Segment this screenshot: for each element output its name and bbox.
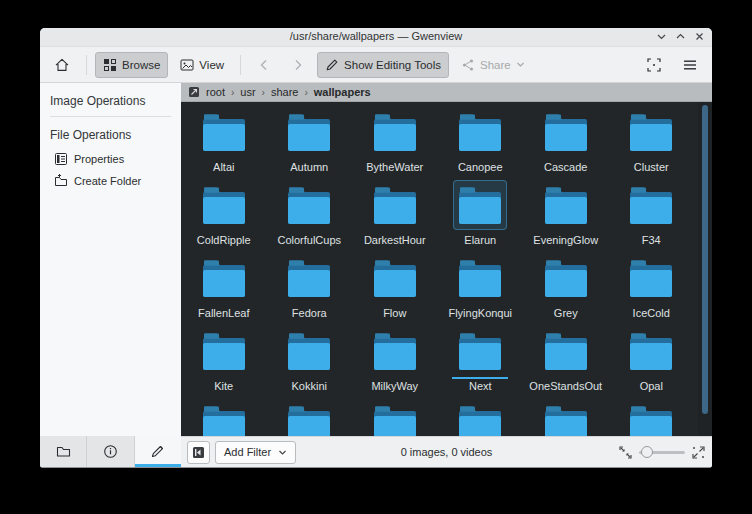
view-button[interactable]: View (172, 52, 232, 78)
folder-item[interactable] (181, 398, 267, 436)
vertical-scrollbar[interactable] (698, 102, 712, 436)
folder-icon-wrap[interactable] (539, 399, 593, 436)
folder-icon-wrap[interactable] (539, 253, 593, 303)
folder-item[interactable] (267, 398, 353, 436)
folder-icon-wrap[interactable] (197, 107, 251, 157)
zoom-slider[interactable] (639, 442, 685, 463)
folder-item[interactable] (352, 398, 438, 436)
folder-item[interactable]: Opal (609, 325, 695, 398)
folder-icon-wrap[interactable] (197, 253, 251, 303)
tab-operations[interactable] (135, 436, 181, 467)
maximize-button[interactable] (674, 29, 687, 44)
browse-button[interactable]: Browse (95, 52, 168, 78)
folder-item[interactable]: MilkyWay (352, 325, 438, 398)
tab-folders[interactable] (40, 436, 87, 467)
collapse-sidebar-button[interactable] (187, 441, 210, 464)
folder-icon-wrap[interactable] (282, 253, 336, 303)
tab-information[interactable] (87, 436, 134, 467)
breadcrumb-segment[interactable]: usr (240, 86, 255, 98)
folder-icon-wrap[interactable] (539, 107, 593, 157)
folder-icon-wrap[interactable] (539, 180, 593, 230)
folder-icon-wrap[interactable] (368, 180, 422, 230)
folder-icon-wrap[interactable] (368, 253, 422, 303)
fullscreen-button[interactable] (638, 52, 670, 78)
sidebar-divider (50, 116, 171, 117)
back-button[interactable] (249, 52, 279, 78)
home-button[interactable] (46, 52, 78, 78)
folder-item[interactable]: Elarun (438, 179, 524, 252)
folder-icon-wrap[interactable] (624, 107, 678, 157)
breadcrumb-segment[interactable]: root (206, 86, 225, 98)
folder-icon-wrap[interactable] (453, 107, 507, 157)
menu-button[interactable] (674, 52, 706, 78)
folder-item[interactable]: Cascade (523, 106, 609, 179)
folder-item[interactable]: Grey (523, 252, 609, 325)
folder-icon-wrap[interactable] (197, 180, 251, 230)
folder-item[interactable]: FallenLeaf (181, 252, 267, 325)
breadcrumb-segment[interactable]: wallpapers (314, 86, 371, 98)
folder-item[interactable]: Kokkini (267, 325, 353, 398)
image-operations-header: Image Operations (40, 87, 181, 114)
zoom-actual-size-icon[interactable] (691, 445, 706, 460)
folder-item[interactable] (438, 398, 524, 436)
folder-icon-wrap[interactable] (197, 399, 251, 436)
close-button[interactable] (693, 29, 706, 44)
folder-item[interactable]: Cluster (609, 106, 695, 179)
folder-item[interactable]: Autumn (267, 106, 353, 179)
folder-icon-wrap[interactable] (624, 180, 678, 230)
close-icon (695, 32, 704, 41)
folder-item[interactable]: Flow (352, 252, 438, 325)
folder-item[interactable]: FlyingKonqui (438, 252, 524, 325)
sidebar-item-properties[interactable]: Properties (40, 148, 181, 170)
folder-item[interactable] (523, 398, 609, 436)
folder-icon-wrap[interactable] (282, 180, 336, 230)
titlebar[interactable]: /usr/share/wallpapers — Gwenview (40, 28, 712, 47)
folder-icon-wrap[interactable] (624, 399, 678, 436)
forward-button[interactable] (283, 52, 313, 78)
folder-item[interactable]: ColorfulCups (267, 179, 353, 252)
folder-item[interactable]: BytheWater (352, 106, 438, 179)
folder-icon-wrap[interactable] (453, 399, 507, 436)
folder-icon (200, 111, 248, 153)
folder-item[interactable]: Canopee (438, 106, 524, 179)
folder-icon-wrap[interactable] (368, 399, 422, 436)
share-button[interactable]: Share (453, 52, 533, 78)
folder-item[interactable]: Kite (181, 325, 267, 398)
folder-item[interactable]: DarkestHour (352, 179, 438, 252)
folder-item[interactable]: OneStandsOut (523, 325, 609, 398)
current-item-indicator (452, 377, 508, 379)
folder-icon-wrap[interactable] (453, 326, 507, 376)
folder-icon-wrap[interactable] (624, 326, 678, 376)
folder-label: MilkyWay (371, 380, 418, 392)
folder-icon-wrap[interactable] (624, 253, 678, 303)
folder-icon-wrap[interactable] (368, 326, 422, 376)
folder-icon (542, 111, 590, 153)
folder-item[interactable]: F34 (609, 179, 695, 252)
folder-icon-wrap[interactable] (453, 253, 507, 303)
folder-item[interactable]: EveningGlow (523, 179, 609, 252)
zoom-slider-handle[interactable] (641, 446, 653, 458)
folder-item[interactable]: Altai (181, 106, 267, 179)
add-filter-button[interactable]: Add Filter (215, 441, 296, 464)
folder-icon-wrap[interactable] (453, 180, 507, 230)
folder-icon-wrap[interactable] (539, 326, 593, 376)
breadcrumb-segment[interactable]: share (271, 86, 299, 98)
view-button-label: View (199, 59, 224, 71)
folder-icon-wrap[interactable] (282, 399, 336, 436)
show-editing-tools-button[interactable]: Show Editing Tools (317, 52, 449, 78)
folder-icon-wrap[interactable] (197, 326, 251, 376)
folder-icon-wrap[interactable] (368, 107, 422, 157)
zoom-fit-icon[interactable] (618, 445, 633, 460)
scrollbar-thumb[interactable] (702, 105, 708, 414)
folder-icon (200, 403, 248, 436)
folder-item[interactable]: IceCold (609, 252, 695, 325)
folder-item[interactable]: ColdRipple (181, 179, 267, 252)
folder-item[interactable]: Next (438, 325, 524, 398)
folder-icon-wrap[interactable] (282, 326, 336, 376)
folder-item[interactable]: Fedora (267, 252, 353, 325)
folder-icon-wrap[interactable] (282, 107, 336, 157)
gwenview-window: /usr/share/wallpapers — Gwenview (40, 28, 712, 468)
minimize-button[interactable] (655, 29, 668, 44)
sidebar-item-create-folder[interactable]: Create Folder (40, 170, 181, 192)
folder-item[interactable] (609, 398, 695, 436)
